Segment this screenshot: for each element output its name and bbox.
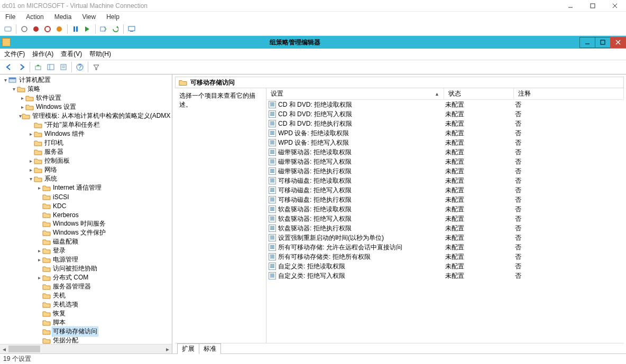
tree-item[interactable]: 访问被拒绝协助 — [0, 264, 172, 273]
expand-icon[interactable]: ▸ — [27, 131, 34, 137]
expand-icon[interactable]: ▸ — [36, 185, 42, 191]
list-row[interactable]: 所有可移动存储类: 拒绝所有权限未配置否 — [266, 252, 624, 262]
gp-maximize-button[interactable] — [595, 37, 611, 48]
tab-extended[interactable]: 扩展 — [177, 343, 199, 354]
vm-menu-media[interactable]: Media — [52, 12, 74, 22]
vm-menu-file[interactable]: File — [3, 12, 17, 22]
tree-item[interactable]: "开始"菜单和任务栏 — [0, 120, 172, 129]
list-row[interactable]: 设置强制重新启动的时间(以秒为单位)未配置否 — [266, 233, 624, 242]
tree-item[interactable]: iSCSI — [0, 192, 172, 201]
enhanced-icon[interactable] — [127, 24, 136, 34]
gp-menu-action[interactable]: 操作(A) — [32, 50, 53, 59]
revert-icon[interactable] — [111, 24, 120, 34]
tree-item[interactable]: ▸软件设置 — [0, 94, 172, 102]
expand-icon[interactable]: ▸ — [36, 248, 42, 254]
gp-minimize-button[interactable] — [579, 37, 595, 48]
tree-item[interactable]: ▸控制面板 — [0, 156, 172, 165]
gp-menu-help[interactable]: 帮助(H) — [89, 50, 111, 59]
policy-tree[interactable]: ▾计算机配置▾策略▸软件设置▸Windows 设置▾管理模板: 从本地计算机中检… — [0, 74, 172, 344]
tree-item[interactable]: ▸分布式 COM — [0, 273, 172, 282]
list-row[interactable]: CD 和 DVD: 拒绝写入权限未配置否 — [266, 109, 624, 119]
tree-item[interactable]: 打印机 — [0, 138, 172, 147]
list-row[interactable]: 磁带驱动器: 拒绝读取权限未配置否 — [266, 147, 624, 157]
settings-list[interactable]: CD 和 DVD: 拒绝读取权限未配置否CD 和 DVD: 拒绝写入权限未配置否… — [266, 100, 624, 281]
save-icon[interactable] — [54, 24, 64, 34]
list-row[interactable]: CD 和 DVD: 拒绝读取权限未配置否 — [266, 100, 624, 109]
gp-menu-file[interactable]: 文件(F) — [4, 50, 25, 59]
tree-item[interactable]: 可移动存储访问 — [0, 327, 172, 336]
tree-item[interactable]: 关机选项 — [0, 300, 172, 309]
list-row[interactable]: 可移动磁盘: 拒绝写入权限未配置否 — [266, 185, 624, 195]
pause-icon[interactable] — [71, 24, 80, 34]
list-row[interactable]: 磁带驱动器: 拒绝写入权限未配置否 — [266, 157, 624, 166]
list-row[interactable]: 软盘驱动器: 拒绝执行权限未配置否 — [266, 223, 624, 233]
checkpoint-icon[interactable] — [99, 24, 108, 34]
list-row[interactable]: WPD 设备: 拒绝写入权限未配置否 — [266, 138, 624, 147]
tree-item[interactable]: ▾计算机配置 — [0, 76, 172, 85]
reset-icon[interactable] — [82, 24, 92, 34]
expand-icon[interactable]: ▸ — [36, 275, 42, 281]
tree-item[interactable]: ▾策略 — [0, 85, 172, 94]
col-comment[interactable]: 注释 — [514, 88, 624, 99]
tree-item[interactable]: ▸Internet 通信管理 — [0, 183, 172, 192]
back-icon[interactable] — [3, 61, 15, 73]
properties-icon[interactable] — [58, 61, 69, 73]
expand-icon[interactable]: ▸ — [36, 257, 42, 263]
tree-item[interactable]: ▸登录 — [0, 246, 172, 255]
scroll-left-icon[interactable]: ◂ — [0, 344, 8, 353]
expand-icon[interactable]: ▾ — [11, 86, 17, 92]
tree-item[interactable]: 关机 — [0, 291, 172, 300]
list-row[interactable]: 自定义类: 拒绝读取权限未配置否 — [266, 262, 624, 271]
tree-item[interactable]: 凭据分配 — [0, 336, 172, 344]
scroll-right-icon[interactable]: ▸ — [163, 344, 172, 353]
expand-icon[interactable]: ▸ — [27, 158, 34, 164]
expand-icon[interactable]: ▾ — [27, 176, 34, 182]
show-hide-icon[interactable] — [45, 61, 57, 73]
tree-item[interactable]: 磁盘配额 — [0, 237, 172, 246]
expand-icon[interactable]: ▸ — [19, 95, 25, 101]
vm-menu-action[interactable]: Action — [24, 12, 45, 22]
tab-standard[interactable]: 标准 — [199, 343, 221, 354]
list-row[interactable]: 可移动磁盘: 拒绝读取权限未配置否 — [266, 176, 624, 185]
tree-item[interactable]: ▸Windows 组件 — [0, 129, 172, 138]
list-row[interactable]: 所有可移动存储: 允许在远程会话中直接访问未配置否 — [266, 242, 624, 252]
gp-close-button[interactable] — [610, 37, 626, 48]
tree-item[interactable]: Windows 文件保护 — [0, 228, 172, 237]
vm-menu-help[interactable]: Help — [104, 12, 122, 22]
tree-item[interactable]: 脚本 — [0, 318, 172, 327]
expand-icon[interactable]: ▸ — [19, 104, 25, 110]
scroll-thumb[interactable] — [8, 346, 40, 352]
tree-hscrollbar[interactable]: ◂ ▸ — [0, 344, 172, 353]
list-row[interactable]: CD 和 DVD: 拒绝执行权限未配置否 — [266, 119, 624, 128]
vm-menu-view[interactable]: View — [80, 12, 98, 22]
tree-item[interactable]: ▸电源管理 — [0, 255, 172, 264]
up-icon[interactable] — [32, 61, 44, 73]
tree-item[interactable]: 服务器管理器 — [0, 282, 172, 291]
tree-item[interactable]: 恢复 — [0, 309, 172, 318]
vm-minimize-button[interactable] — [559, 0, 582, 11]
filter-icon[interactable] — [90, 61, 102, 73]
tree-item[interactable]: ▾管理模板: 从本地计算机中检索的策略定义(ADMX — [0, 111, 172, 120]
expand-icon[interactable]: ▸ — [27, 167, 34, 173]
tree-item[interactable]: KDC — [0, 201, 172, 210]
list-row[interactable]: 可移动磁盘: 拒绝执行权限未配置否 — [266, 195, 624, 204]
col-setting[interactable]: 设置▲ — [266, 88, 444, 99]
tree-item[interactable]: ▸Windows 设置 — [0, 102, 172, 111]
help-icon[interactable]: ? — [74, 61, 86, 73]
expand-icon[interactable]: ▾ — [2, 77, 8, 83]
col-status[interactable]: 状态 — [444, 88, 514, 99]
list-row[interactable]: 软盘驱动器: 拒绝写入权限未配置否 — [266, 214, 624, 223]
list-row[interactable]: 自定义类: 拒绝写入权限未配置否 — [266, 271, 624, 281]
shutdown-icon[interactable] — [43, 24, 52, 34]
forward-icon[interactable] — [16, 61, 27, 73]
list-row[interactable]: 软盘驱动器: 拒绝读取权限未配置否 — [266, 204, 624, 214]
tree-item[interactable]: Windows 时间服务 — [0, 219, 172, 228]
gp-menu-view[interactable]: 查看(V) — [61, 50, 82, 59]
list-row[interactable]: 磁带驱动器: 拒绝执行权限未配置否 — [266, 166, 624, 176]
tree-item[interactable]: ▾系统 — [0, 174, 172, 183]
tree-item[interactable]: 服务器 — [0, 147, 172, 156]
vm-maximize-button[interactable] — [582, 0, 604, 11]
list-row[interactable]: WPD 设备: 拒绝读取权限未配置否 — [266, 128, 624, 138]
turnoff-icon[interactable] — [31, 24, 41, 34]
ctrl-alt-del-icon[interactable] — [3, 24, 13, 34]
